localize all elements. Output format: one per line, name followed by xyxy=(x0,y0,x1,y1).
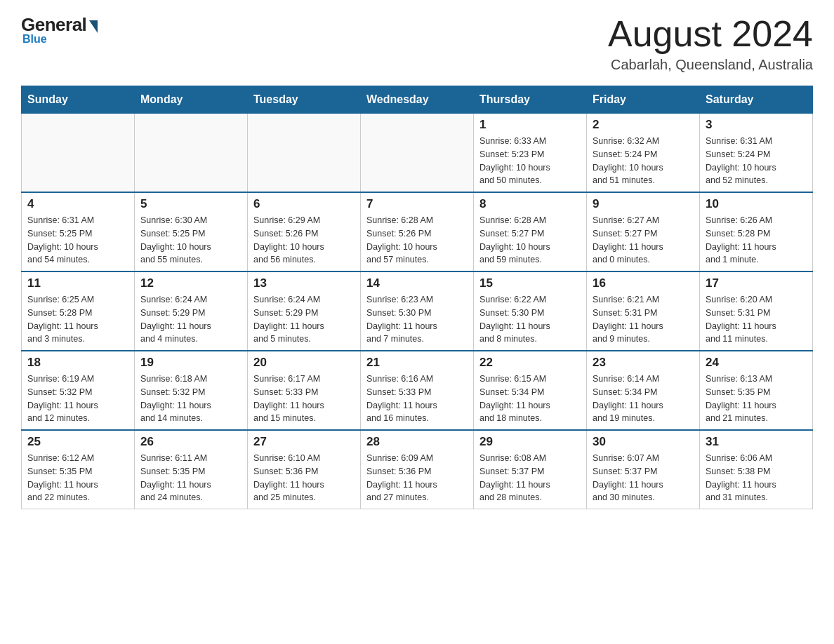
day-info: Sunrise: 6:30 AM Sunset: 5:25 PM Dayligh… xyxy=(140,214,241,267)
calendar-cell: 13Sunrise: 6:24 AM Sunset: 5:29 PM Dayli… xyxy=(248,271,361,351)
day-number: 11 xyxy=(27,276,128,290)
day-info: Sunrise: 6:17 AM Sunset: 5:33 PM Dayligh… xyxy=(253,373,355,425)
calendar-cell: 26Sunrise: 6:11 AM Sunset: 5:35 PM Dayli… xyxy=(135,430,248,509)
calendar-header-row: SundayMondayTuesdayWednesdayThursdayFrid… xyxy=(22,86,813,114)
day-info: Sunrise: 6:24 AM Sunset: 5:29 PM Dayligh… xyxy=(140,293,241,346)
calendar-cell: 28Sunrise: 6:09 AM Sunset: 5:36 PM Dayli… xyxy=(361,430,474,509)
calendar-table: SundayMondayTuesdayWednesdayThursdayFrid… xyxy=(21,86,813,509)
calendar-week-row: 25Sunrise: 6:12 AM Sunset: 5:35 PM Dayli… xyxy=(22,430,813,509)
calendar-cell: 16Sunrise: 6:21 AM Sunset: 5:31 PM Dayli… xyxy=(587,271,700,351)
day-number: 28 xyxy=(366,435,468,449)
day-number: 10 xyxy=(706,197,807,211)
calendar-cell: 20Sunrise: 6:17 AM Sunset: 5:33 PM Dayli… xyxy=(248,351,361,430)
calendar-cell xyxy=(361,114,474,193)
day-number: 24 xyxy=(706,356,807,370)
calendar-cell: 1Sunrise: 6:33 AM Sunset: 5:23 PM Daylig… xyxy=(474,114,587,193)
page-header: General Blue August 2024 Cabarlah, Queen… xyxy=(21,14,813,73)
calendar-cell: 24Sunrise: 6:13 AM Sunset: 5:35 PM Dayli… xyxy=(700,351,813,430)
day-number: 15 xyxy=(479,276,581,290)
day-info: Sunrise: 6:26 AM Sunset: 5:28 PM Dayligh… xyxy=(706,214,807,267)
calendar-cell: 15Sunrise: 6:22 AM Sunset: 5:30 PM Dayli… xyxy=(474,271,587,351)
day-number: 16 xyxy=(593,276,694,290)
calendar-cell: 31Sunrise: 6:06 AM Sunset: 5:38 PM Dayli… xyxy=(700,430,813,509)
day-info: Sunrise: 6:20 AM Sunset: 5:31 PM Dayligh… xyxy=(706,293,807,346)
calendar-cell: 7Sunrise: 6:28 AM Sunset: 5:26 PM Daylig… xyxy=(361,192,474,271)
calendar-cell: 8Sunrise: 6:28 AM Sunset: 5:27 PM Daylig… xyxy=(474,192,587,271)
day-info: Sunrise: 6:31 AM Sunset: 5:25 PM Dayligh… xyxy=(27,214,128,267)
day-info: Sunrise: 6:32 AM Sunset: 5:24 PM Dayligh… xyxy=(593,135,694,187)
day-info: Sunrise: 6:24 AM Sunset: 5:29 PM Dayligh… xyxy=(253,293,355,346)
calendar-cell: 14Sunrise: 6:23 AM Sunset: 5:30 PM Dayli… xyxy=(361,271,474,351)
column-header-tuesday: Tuesday xyxy=(248,86,361,114)
day-number: 8 xyxy=(479,197,581,211)
calendar-cell: 17Sunrise: 6:20 AM Sunset: 5:31 PM Dayli… xyxy=(700,271,813,351)
logo-arrow-icon xyxy=(89,20,98,33)
day-info: Sunrise: 6:12 AM Sunset: 5:35 PM Dayligh… xyxy=(27,452,128,504)
day-number: 5 xyxy=(140,197,241,211)
day-number: 21 xyxy=(366,356,468,370)
day-info: Sunrise: 6:11 AM Sunset: 5:35 PM Dayligh… xyxy=(140,452,241,504)
calendar-cell: 6Sunrise: 6:29 AM Sunset: 5:26 PM Daylig… xyxy=(248,192,361,271)
calendar-cell: 9Sunrise: 6:27 AM Sunset: 5:27 PM Daylig… xyxy=(587,192,700,271)
day-number: 22 xyxy=(479,356,581,370)
day-info: Sunrise: 6:21 AM Sunset: 5:31 PM Dayligh… xyxy=(593,293,694,346)
day-info: Sunrise: 6:06 AM Sunset: 5:38 PM Dayligh… xyxy=(706,452,807,504)
day-number: 30 xyxy=(593,435,694,449)
column-header-wednesday: Wednesday xyxy=(361,86,474,114)
calendar-week-row: 4Sunrise: 6:31 AM Sunset: 5:25 PM Daylig… xyxy=(22,192,813,271)
day-info: Sunrise: 6:18 AM Sunset: 5:32 PM Dayligh… xyxy=(140,373,241,425)
logo-blue-text: Blue xyxy=(22,33,47,46)
calendar-cell: 29Sunrise: 6:08 AM Sunset: 5:37 PM Dayli… xyxy=(474,430,587,509)
calendar-week-row: 11Sunrise: 6:25 AM Sunset: 5:28 PM Dayli… xyxy=(22,271,813,351)
day-number: 25 xyxy=(27,435,128,449)
column-header-friday: Friday xyxy=(587,86,700,114)
calendar-cell: 19Sunrise: 6:18 AM Sunset: 5:32 PM Dayli… xyxy=(135,351,248,430)
day-number: 19 xyxy=(140,356,241,370)
calendar-cell: 10Sunrise: 6:26 AM Sunset: 5:28 PM Dayli… xyxy=(700,192,813,271)
day-number: 14 xyxy=(366,276,468,290)
day-info: Sunrise: 6:33 AM Sunset: 5:23 PM Dayligh… xyxy=(479,135,581,187)
calendar-cell: 5Sunrise: 6:30 AM Sunset: 5:25 PM Daylig… xyxy=(135,192,248,271)
day-number: 7 xyxy=(366,197,468,211)
day-info: Sunrise: 6:25 AM Sunset: 5:28 PM Dayligh… xyxy=(27,293,128,346)
calendar-cell: 23Sunrise: 6:14 AM Sunset: 5:34 PM Dayli… xyxy=(587,351,700,430)
calendar-cell: 3Sunrise: 6:31 AM Sunset: 5:24 PM Daylig… xyxy=(700,114,813,193)
day-number: 23 xyxy=(593,356,694,370)
day-number: 2 xyxy=(593,118,694,132)
calendar-cell: 2Sunrise: 6:32 AM Sunset: 5:24 PM Daylig… xyxy=(587,114,700,193)
logo: General Blue xyxy=(21,14,98,46)
calendar-cell: 21Sunrise: 6:16 AM Sunset: 5:33 PM Dayli… xyxy=(361,351,474,430)
title-block: August 2024 Cabarlah, Queensland, Austra… xyxy=(608,14,813,73)
location-subtitle: Cabarlah, Queensland, Australia xyxy=(608,57,813,73)
calendar-cell xyxy=(22,114,135,193)
column-header-monday: Monday xyxy=(135,86,248,114)
day-info: Sunrise: 6:28 AM Sunset: 5:26 PM Dayligh… xyxy=(366,214,468,267)
day-info: Sunrise: 6:27 AM Sunset: 5:27 PM Dayligh… xyxy=(593,214,694,267)
day-number: 3 xyxy=(706,118,807,132)
day-info: Sunrise: 6:08 AM Sunset: 5:37 PM Dayligh… xyxy=(479,452,581,504)
calendar-cell xyxy=(248,114,361,193)
calendar-cell: 30Sunrise: 6:07 AM Sunset: 5:37 PM Dayli… xyxy=(587,430,700,509)
calendar-week-row: 1Sunrise: 6:33 AM Sunset: 5:23 PM Daylig… xyxy=(22,114,813,193)
column-header-saturday: Saturday xyxy=(700,86,813,114)
calendar-cell: 12Sunrise: 6:24 AM Sunset: 5:29 PM Dayli… xyxy=(135,271,248,351)
day-info: Sunrise: 6:22 AM Sunset: 5:30 PM Dayligh… xyxy=(479,293,581,346)
day-info: Sunrise: 6:19 AM Sunset: 5:32 PM Dayligh… xyxy=(27,373,128,425)
column-header-sunday: Sunday xyxy=(22,86,135,114)
day-number: 31 xyxy=(706,435,807,449)
calendar-cell: 11Sunrise: 6:25 AM Sunset: 5:28 PM Dayli… xyxy=(22,271,135,351)
day-number: 6 xyxy=(253,197,355,211)
day-number: 17 xyxy=(706,276,807,290)
day-info: Sunrise: 6:15 AM Sunset: 5:34 PM Dayligh… xyxy=(479,373,581,425)
day-info: Sunrise: 6:31 AM Sunset: 5:24 PM Dayligh… xyxy=(706,135,807,187)
day-info: Sunrise: 6:23 AM Sunset: 5:30 PM Dayligh… xyxy=(366,293,468,346)
calendar-cell: 27Sunrise: 6:10 AM Sunset: 5:36 PM Dayli… xyxy=(248,430,361,509)
day-number: 13 xyxy=(253,276,355,290)
day-info: Sunrise: 6:10 AM Sunset: 5:36 PM Dayligh… xyxy=(253,452,355,504)
day-number: 4 xyxy=(27,197,128,211)
day-info: Sunrise: 6:28 AM Sunset: 5:27 PM Dayligh… xyxy=(479,214,581,267)
day-number: 18 xyxy=(27,356,128,370)
day-info: Sunrise: 6:07 AM Sunset: 5:37 PM Dayligh… xyxy=(593,452,694,504)
day-number: 9 xyxy=(593,197,694,211)
calendar-cell: 25Sunrise: 6:12 AM Sunset: 5:35 PM Dayli… xyxy=(22,430,135,509)
